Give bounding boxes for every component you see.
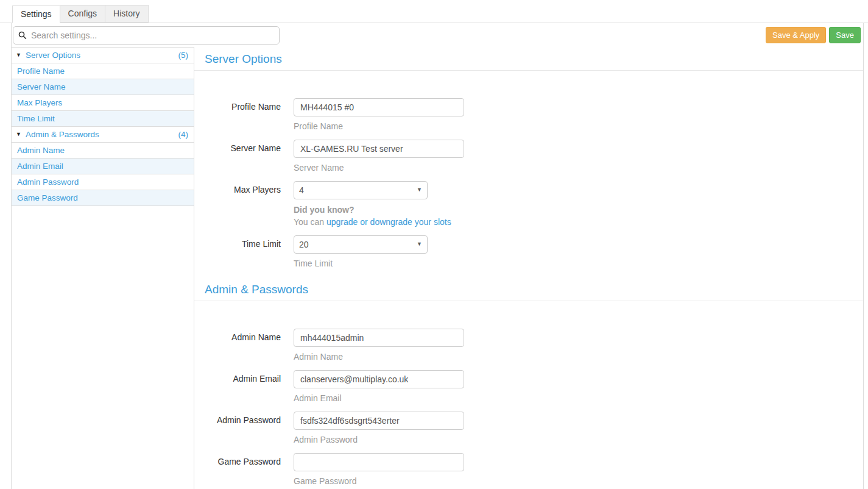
profile-name-input[interactable] <box>294 98 464 116</box>
max-players-select-wrap: 4 ▼ <box>294 181 428 199</box>
admin-name-input[interactable] <box>294 329 464 347</box>
sidebar-item-label: Admin Email <box>16 162 63 171</box>
admin-password-help: Admin Password <box>294 434 464 445</box>
server-name-input[interactable] <box>294 140 464 158</box>
settings-panel: Save & Apply Save ▼ Server Options (5) P… <box>11 23 864 489</box>
tab-configs[interactable]: Configs <box>60 5 105 23</box>
form-group-game-password: Game Password Game Password <box>194 453 863 487</box>
server-name-ctrl: Server Name <box>294 140 464 173</box>
section-server-options-header: Server Options <box>194 47 863 71</box>
game-password-help: Game Password <box>294 476 464 487</box>
search-wrap <box>13 26 280 45</box>
admin-email-help: Admin Email <box>294 393 464 404</box>
sidebar-group-admin-passwords[interactable]: ▼ Admin & Passwords (4) <box>12 127 194 143</box>
game-password-ctrl: Game Password <box>294 453 464 487</box>
sidebar-group-title: Admin & Passwords <box>26 130 178 139</box>
form-group-admin-password: Admin Password Admin Password <box>194 412 863 445</box>
form-group-admin-email: Admin Email Admin Email <box>194 370 863 404</box>
server-options-form: Profile Name Profile Name Server Name Se… <box>194 98 863 269</box>
search-input[interactable] <box>13 26 280 45</box>
admin-passwords-form: Admin Name Admin Name Admin Email Admin … <box>194 329 863 487</box>
admin-password-input[interactable] <box>294 412 464 430</box>
time-limit-select-wrap: 20 ▼ <box>294 235 428 254</box>
max-players-ctrl: 4 ▼ Did you know? You can upgrade or dow… <box>294 181 451 227</box>
sidebar-item-max-players[interactable]: Max Players <box>12 95 194 111</box>
section-title: Admin & Passwords <box>205 283 863 296</box>
sidebar-group-count: (4) <box>178 130 189 139</box>
caret-down-icon: ▼ <box>16 52 21 58</box>
admin-password-ctrl: Admin Password <box>294 412 464 445</box>
sidebar-group-server-options[interactable]: ▼ Server Options (5) <box>12 48 194 63</box>
toolbar: Save & Apply Save <box>12 23 863 47</box>
server-name-help: Server Name <box>294 162 464 173</box>
tab-history[interactable]: History <box>105 5 149 23</box>
admin-email-ctrl: Admin Email <box>294 370 464 404</box>
admin-name-help: Admin Name <box>294 351 464 362</box>
sidebar-item-admin-password[interactable]: Admin Password <box>12 174 194 190</box>
server-name-label: Server Name <box>194 140 281 173</box>
sidebar-item-admin-email[interactable]: Admin Email <box>12 159 194 174</box>
sidebar-item-label: Time Limit <box>16 114 55 123</box>
game-password-input[interactable] <box>294 453 464 471</box>
form-group-time-limit: Time Limit 20 ▼ Time Limit <box>194 235 863 269</box>
settings-nav-sidebar: ▼ Server Options (5) Profile Name Server… <box>12 47 194 489</box>
admin-name-label: Admin Name <box>194 329 281 362</box>
save-apply-button[interactable]: Save & Apply <box>766 27 826 43</box>
profile-name-ctrl: Profile Name <box>294 98 464 132</box>
section-title: Server Options <box>205 52 863 66</box>
time-limit-ctrl: 20 ▼ Time Limit <box>294 235 428 269</box>
form-group-server-name: Server Name Server Name <box>194 140 863 173</box>
sidebar-item-admin-name[interactable]: Admin Name <box>12 143 194 159</box>
time-limit-label: Time Limit <box>194 235 281 269</box>
content: ▼ Server Options (5) Profile Name Server… <box>12 47 863 489</box>
settings-form-main: Server Options Profile Name Profile Name… <box>194 47 863 489</box>
sidebar-group-count: (5) <box>178 51 189 60</box>
upgrade-slots-link[interactable]: upgrade or downgrade your slots <box>326 217 451 227</box>
admin-name-ctrl: Admin Name <box>294 329 464 362</box>
search-icon <box>18 31 27 40</box>
sidebar-item-label: Admin Password <box>16 177 79 187</box>
max-players-label: Max Players <box>194 181 281 227</box>
admin-password-label: Admin Password <box>194 412 281 445</box>
profile-name-label: Profile Name <box>194 98 281 132</box>
time-limit-select[interactable]: 20 <box>294 235 428 254</box>
slots-help-prefix: You can <box>294 217 326 227</box>
form-group-admin-name: Admin Name Admin Name <box>194 329 863 362</box>
admin-email-input[interactable] <box>294 370 464 388</box>
save-button[interactable]: Save <box>829 27 861 43</box>
profile-name-help: Profile Name <box>294 121 464 132</box>
sidebar-item-profile-name[interactable]: Profile Name <box>12 63 194 79</box>
did-you-know-title: Did you know? <box>294 204 451 215</box>
tab-settings[interactable]: Settings <box>12 5 60 23</box>
sidebar-item-label: Server Name <box>16 82 66 91</box>
form-group-max-players: Max Players 4 ▼ Did you know? You can up… <box>194 181 863 227</box>
sidebar-item-label: Game Password <box>16 193 78 202</box>
sidebar-item-game-password[interactable]: Game Password <box>12 190 194 206</box>
game-password-label: Game Password <box>194 453 281 487</box>
tab-bar: Settings Configs History <box>0 0 868 23</box>
sidebar-item-time-limit[interactable]: Time Limit <box>12 111 194 127</box>
sidebar-item-label: Max Players <box>16 98 62 107</box>
caret-down-icon: ▼ <box>16 132 21 137</box>
sidebar-item-server-name[interactable]: Server Name <box>12 79 194 95</box>
sidebar-item-label: Profile Name <box>16 66 65 76</box>
form-group-profile-name: Profile Name Profile Name <box>194 98 863 132</box>
save-buttons: Save & Apply Save <box>766 27 861 43</box>
sidebar-group-title: Server Options <box>26 51 178 60</box>
slots-help-line: You can upgrade or downgrade your slots <box>294 216 451 227</box>
section-admin-passwords-header: Admin & Passwords <box>194 277 863 301</box>
sidebar-item-label: Admin Name <box>16 146 65 155</box>
max-players-select[interactable]: 4 <box>294 181 428 199</box>
admin-email-label: Admin Email <box>194 370 281 404</box>
time-limit-help: Time Limit <box>294 258 428 269</box>
